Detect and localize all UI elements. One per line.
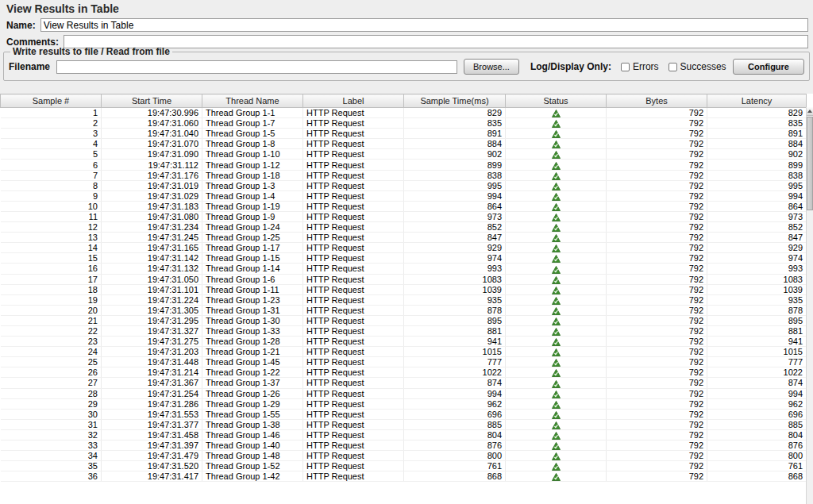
cell-time[interactable]: 902 <box>404 149 506 160</box>
cell-thread[interactable]: Thread Group 1-7 <box>202 118 303 129</box>
table-row[interactable]: 1319:47:31.245Thread Group 1-25HTTP Requ… <box>1 233 807 243</box>
cell-latency[interactable]: 891 <box>707 129 807 139</box>
cell-time[interactable]: 835 <box>404 118 506 129</box>
status-success-icon[interactable] <box>506 388 607 398</box>
cell-thread[interactable]: Thread Group 1-40 <box>202 441 303 451</box>
status-success-icon[interactable] <box>506 170 607 180</box>
cell-start[interactable]: 19:47:31.254 <box>102 388 202 398</box>
cell-sample[interactable]: 17 <box>1 274 102 284</box>
table-row[interactable]: 1919:47:31.224Thread Group 1-23HTTP Requ… <box>1 294 807 305</box>
status-success-icon[interactable] <box>506 264 607 274</box>
table-row[interactable]: 1719:47:31.050Thread Group 1-6HTTP Reque… <box>1 274 807 284</box>
cell-bytes[interactable]: 792 <box>607 233 707 243</box>
status-success-icon[interactable] <box>506 347 607 357</box>
status-success-icon[interactable] <box>506 253 607 264</box>
cell-bytes[interactable]: 792 <box>607 461 707 471</box>
cell-time[interactable]: 800 <box>404 451 506 461</box>
cell-thread[interactable]: Thread Group 1-22 <box>202 367 303 378</box>
cell-latency[interactable]: 800 <box>707 451 807 461</box>
cell-latency[interactable]: 852 <box>707 222 807 233</box>
cell-start[interactable]: 19:47:31.553 <box>102 409 202 419</box>
cell-latency[interactable]: 974 <box>707 253 807 264</box>
cell-bytes[interactable]: 792 <box>607 409 707 419</box>
status-success-icon[interactable] <box>506 243 607 253</box>
cell-thread[interactable]: Thread Group 1-18 <box>202 170 303 180</box>
status-success-icon[interactable] <box>506 233 607 243</box>
cell-bytes[interactable]: 792 <box>607 180 707 190</box>
cell-latency[interactable]: 874 <box>707 378 807 388</box>
table-row[interactable]: 3419:47:31.479Thread Group 1-48HTTP Requ… <box>1 451 807 461</box>
table-row[interactable]: 2819:47:31.254Thread Group 1-26HTTP Requ… <box>1 388 807 398</box>
cell-thread[interactable]: Thread Group 1-46 <box>202 429 303 440</box>
cell-thread[interactable]: Thread Group 1-19 <box>202 201 303 211</box>
cell-label[interactable]: HTTP Request <box>303 294 404 305</box>
cell-time[interactable]: 874 <box>404 378 506 388</box>
cell-start[interactable]: 19:47:31.305 <box>102 305 202 315</box>
cell-latency[interactable]: 847 <box>707 233 807 243</box>
cell-sample[interactable]: 33 <box>1 441 102 451</box>
cell-label[interactable]: HTTP Request <box>303 233 404 243</box>
cell-latency[interactable]: 884 <box>707 139 807 149</box>
table-row[interactable]: 819:47:31.019Thread Group 1-3HTTP Reques… <box>1 180 807 190</box>
table-row[interactable]: 119:47:30.996Thread Group 1-1HTTP Reques… <box>1 108 807 118</box>
cell-latency[interactable]: 993 <box>707 264 807 274</box>
cell-start[interactable]: 19:47:31.286 <box>102 398 202 409</box>
cell-time[interactable]: 899 <box>404 160 506 170</box>
cell-time[interactable]: 891 <box>404 129 506 139</box>
cell-time[interactable]: 864 <box>404 201 506 211</box>
cell-bytes[interactable]: 792 <box>607 451 707 461</box>
cell-time[interactable]: 973 <box>404 211 506 221</box>
cell-label[interactable]: HTTP Request <box>303 149 404 160</box>
cell-sample[interactable]: 15 <box>1 253 102 264</box>
cell-bytes[interactable]: 792 <box>607 211 707 221</box>
cell-start[interactable]: 19:47:31.224 <box>102 294 202 305</box>
cell-label[interactable]: HTTP Request <box>303 441 404 451</box>
cell-latency[interactable]: 829 <box>707 108 807 118</box>
cell-thread[interactable]: Thread Group 1-12 <box>202 160 303 170</box>
cell-time[interactable]: 878 <box>404 305 506 315</box>
cell-label[interactable]: HTTP Request <box>303 388 404 398</box>
status-success-icon[interactable] <box>506 419 607 429</box>
cell-thread[interactable]: Thread Group 1-11 <box>202 284 303 294</box>
status-success-icon[interactable] <box>506 409 607 419</box>
cell-bytes[interactable]: 792 <box>607 305 707 315</box>
status-success-icon[interactable] <box>506 325 607 336</box>
cell-sample[interactable]: 19 <box>1 294 102 305</box>
cell-bytes[interactable]: 792 <box>607 108 707 118</box>
cell-label[interactable]: HTTP Request <box>303 170 404 180</box>
cell-thread[interactable]: Thread Group 1-25 <box>202 233 303 243</box>
cell-sample[interactable]: 36 <box>1 471 102 482</box>
cell-label[interactable]: HTTP Request <box>303 129 404 139</box>
cell-thread[interactable]: Thread Group 1-29 <box>202 398 303 409</box>
cell-latency[interactable]: 895 <box>707 315 807 325</box>
scrollbar-thumb[interactable] <box>807 117 813 210</box>
cell-thread[interactable]: Thread Group 1-33 <box>202 325 303 336</box>
cell-sample[interactable]: 10 <box>1 201 102 211</box>
cell-time[interactable]: 777 <box>404 357 506 367</box>
cell-label[interactable]: HTTP Request <box>303 222 404 233</box>
cell-time[interactable]: 761 <box>404 461 506 471</box>
status-success-icon[interactable] <box>506 441 607 451</box>
status-success-icon[interactable] <box>506 222 607 233</box>
cell-sample[interactable]: 21 <box>1 315 102 325</box>
cell-bytes[interactable]: 792 <box>607 149 707 160</box>
cell-sample[interactable]: 23 <box>1 337 102 347</box>
status-success-icon[interactable] <box>506 129 607 139</box>
cell-start[interactable]: 19:47:31.060 <box>102 118 202 129</box>
cell-start[interactable]: 19:47:31.458 <box>102 429 202 440</box>
cell-thread[interactable]: Thread Group 1-55 <box>202 409 303 419</box>
status-success-icon[interactable] <box>506 294 607 305</box>
cell-sample[interactable]: 11 <box>1 211 102 221</box>
status-success-icon[interactable] <box>506 118 607 129</box>
browse-button[interactable]: Browse... <box>464 59 519 75</box>
cell-latency[interactable]: 777 <box>707 357 807 367</box>
cell-label[interactable]: HTTP Request <box>303 118 404 129</box>
cell-label[interactable]: HTTP Request <box>303 409 404 419</box>
cell-sample[interactable]: 29 <box>1 398 102 409</box>
cell-bytes[interactable]: 792 <box>607 264 707 274</box>
table-row[interactable]: 1519:47:31.142Thread Group 1-15HTTP Requ… <box>1 253 807 264</box>
table-row[interactable]: 3519:47:31.520Thread Group 1-52HTTP Requ… <box>1 461 807 471</box>
cell-sample[interactable]: 27 <box>1 378 102 388</box>
scroll-up-button[interactable] <box>807 107 813 116</box>
cell-thread[interactable]: Thread Group 1-26 <box>202 388 303 398</box>
